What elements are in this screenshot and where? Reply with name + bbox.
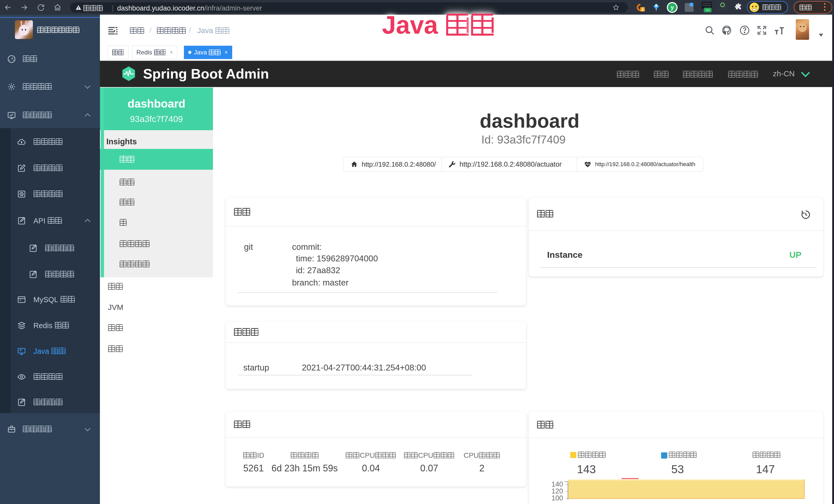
svg-text:1: 1 [642, 7, 644, 12]
